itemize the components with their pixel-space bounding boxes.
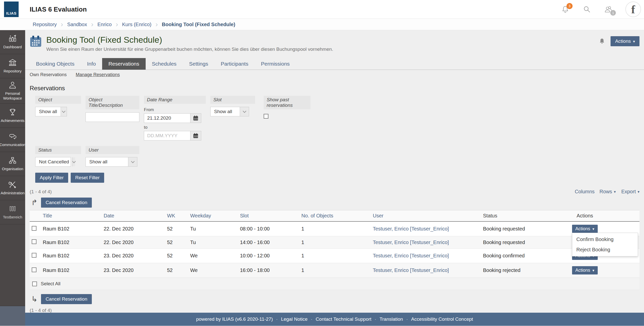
sidebar-item-administration[interactable]: Administration [0,176,25,200]
ilias-logo[interactable]: ILIAS [4,2,19,17]
dropdown-item-reject-booking[interactable]: Reject Booking [572,245,638,255]
tab-settings[interactable]: Settings [183,58,215,70]
communication-icon [8,132,17,140]
footer-link-translation[interactable]: Translation [380,316,403,322]
export-selector[interactable]: Export ▾ [621,189,639,195]
cancel-reservation-button-bottom[interactable]: Cancel Reservation [41,294,92,304]
section-title: Reservations [30,85,644,92]
status-text: Booking rejected [481,263,570,278]
footer-link-accessibility[interactable]: Accessibility Control Concept [411,316,473,322]
tab-reservations[interactable]: Reservations [102,58,146,70]
user-filter-select[interactable]: Show all [86,157,137,167]
chevron-right-icon: › [61,21,63,28]
footer-separator: · [375,316,376,322]
cell-title: Raum B102 [41,236,102,249]
show-past-checkbox[interactable] [264,114,268,119]
tab-booking-objects[interactable]: Booking Objects [30,58,81,70]
dropdown-item-confirm-booking[interactable]: Confirm Booking [572,234,638,245]
sidebar-item-label: Dashboard [3,45,22,50]
administration-icon [8,180,17,189]
column-header-user[interactable]: User [371,210,481,222]
column-header-title[interactable]: Title [41,210,102,222]
cancel-reservation-button-top[interactable]: Cancel Reservation [41,198,92,208]
online-users-icon[interactable]: 1 [604,5,613,14]
sidebar-item-personal-workspace[interactable]: Personal Workspace [0,78,25,104]
select-chevron-icon [61,107,67,116]
tab-schedules[interactable]: Schedules [146,58,183,70]
user-link[interactable]: Testuser, Enrico [Testuser_Enrico] [373,267,449,273]
column-header-weekday[interactable]: Weekday [188,210,238,222]
breadcrumb-item-current[interactable]: Booking Tool (Fixed Schedule) [162,22,235,27]
column-header-date[interactable]: Date [102,210,165,222]
notifications-bell-icon[interactable]: 3 [560,5,570,14]
user-avatar[interactable]: f [625,2,641,17]
reservation-row: Raum B102 22. Dec 2020 52 Tu 14:00 - 16:… [30,236,639,249]
tab-permissions[interactable]: Permissions [255,58,296,70]
sidebar-item-achievements[interactable]: Achievements [0,104,25,128]
select-all-label[interactable]: Select All [41,281,60,287]
column-header-objects[interactable]: No. of Objects [299,210,371,222]
user-link[interactable]: Testuser, Enrico [Testuser_Enrico] [373,240,449,245]
row-actions-button[interactable]: Actions▾ [572,225,598,233]
sidebar-item-label: Testbereich [3,215,22,220]
result-range-bottom: (1 - 4 of 4) [30,308,644,313]
cell-wk: 52 [165,249,188,263]
subtab-own-reservations[interactable]: Own Reservations [30,72,67,77]
sidebar-item-label: Repository [4,69,22,74]
cell-slot: 10:00 - 12:00 [238,249,299,263]
column-header-wk[interactable]: WK [165,210,188,222]
row-checkbox[interactable] [32,267,36,272]
row-checkbox[interactable] [32,239,36,244]
select-chevron-icon [240,107,249,116]
sidebar-item-dashboard[interactable]: Dashboard [0,30,25,54]
status-filter-select[interactable]: Not Cancelled [35,157,71,167]
notification-bell-icon[interactable] [598,38,606,45]
user-link[interactable]: Testuser, Enrico [Testuser_Enrico] [373,253,449,258]
booking-tool-calendar-icon [30,35,42,47]
slot-filter-select[interactable]: Show all [210,107,249,116]
columns-rows-selector[interactable]: Columns Rows ▾ [575,189,616,195]
column-header-actions: Actions [570,210,639,222]
organisation-icon [8,156,17,164]
tab-participants[interactable]: Participants [214,58,255,70]
sidebar-item-organisation[interactable]: Organisation [0,152,25,176]
cell-date: 23. Dec 2020 [102,249,165,263]
date-to-calendar-button[interactable] [190,131,201,141]
date-from-calendar-button[interactable] [190,113,201,123]
cell-date: 22. Dec 2020 [102,221,165,236]
breadcrumb-item[interactable]: Kurs (Enrico) [122,22,151,27]
cell-date: 22. Dec 2020 [102,236,165,249]
row-checkbox[interactable] [32,253,36,258]
breadcrumb-item[interactable]: Repository [33,22,57,27]
apply-filter-button[interactable]: Apply Filter [35,173,68,183]
batch-action-top: ↱ Cancel Reservation [31,198,644,208]
breadcrumb-item[interactable]: Enrico [97,22,112,27]
footer-separator: · [406,316,408,322]
subtab-manage-reservations[interactable]: Manage Reservations [76,72,120,77]
calendar-icon [193,115,198,121]
row-checkbox[interactable] [32,226,36,231]
sidebar-item-communication[interactable]: Communication [0,128,25,152]
breadcrumb-item[interactable]: Sandbox [67,22,87,27]
user-link[interactable]: Testuser, Enrico [Testuser_Enrico] [373,226,449,231]
page-actions-button[interactable]: Actions▾ [611,36,639,46]
date-from-input[interactable] [144,113,190,123]
tab-info[interactable]: Info [81,58,102,70]
notification-badge: 3 [567,3,573,9]
search-icon[interactable] [582,5,592,14]
select-chevron-icon [72,157,75,166]
object-filter-select[interactable]: Show all [35,107,67,116]
date-to-input[interactable] [144,131,190,141]
status-text: Booking confirmed [481,249,570,263]
footer-link-legal-notice[interactable]: Legal Notice [281,316,308,322]
sidebar-item-testbereich[interactable]: Testbereich [0,200,25,224]
cell-weekday: We [188,249,238,263]
sidebar-item-repository[interactable]: Repository [0,54,25,78]
row-actions-button[interactable]: Actions▾ [572,266,598,274]
reset-filter-button[interactable]: Reset Filter [71,173,104,183]
select-all-checkbox[interactable] [32,282,37,286]
column-header-slot[interactable]: Slot [238,210,299,222]
footer-link-contact-support[interactable]: Contact Technical Support [316,316,371,322]
filter-panel: Object Show all Object Title/Description… [35,96,644,183]
object-title-filter-input[interactable] [86,112,139,122]
